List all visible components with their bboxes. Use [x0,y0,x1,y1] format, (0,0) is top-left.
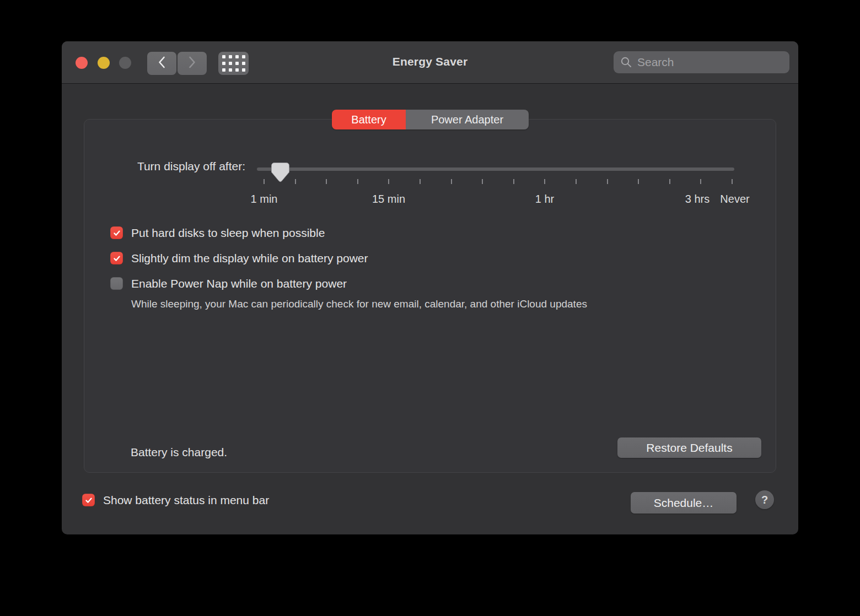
energy-saver-window: Energy Saver Battery Power Adapter Turn … [62,41,798,534]
option-label: Enable Power Nap while on battery power [131,277,347,290]
settings-panel: Turn display off after: 1 min 15 min 1 h… [84,119,776,473]
tab-power-adapter[interactable]: Power Adapter [406,110,529,129]
option-label: Slightly dim the display while on batter… [131,252,368,265]
tick-label-never: Never [702,193,768,206]
checkbox-menu-bar-battery[interactable] [82,494,95,506]
checkbox-dim-display[interactable] [110,252,123,264]
display-off-label: Turn display off after: [84,160,245,173]
help-button[interactable]: ? [755,490,774,509]
tab-battery[interactable]: Battery [332,110,406,129]
option-power-nap: Enable Power Nap while on battery power [110,277,347,290]
tick-label-1min: 1 min [231,193,297,206]
checkmark-icon [84,496,93,505]
slider-tick-marks [264,179,733,184]
schedule-button[interactable]: Schedule… [631,492,737,514]
display-off-slider-track[interactable] [257,167,734,171]
option-label: Put hard disks to sleep when possible [131,226,325,240]
tab-bar: Battery Power Adapter [332,110,529,129]
battery-status-text: Battery is charged. [131,446,227,459]
power-nap-description: While sleeping, your Mac can periodicall… [131,298,587,310]
restore-defaults-button[interactable]: Restore Defaults [617,437,761,458]
titlebar: Energy Saver [62,41,798,84]
option-dim-display: Slightly dim the display while on batter… [110,252,368,264]
checkmark-icon [112,254,121,263]
search-input[interactable] [637,56,787,69]
option-menu-bar-battery: Show battery status in menu bar [82,494,269,506]
search-icon [620,56,632,68]
tick-label-15min: 15 min [356,193,422,206]
option-hard-disks: Put hard disks to sleep when possible [110,226,325,239]
option-label: Show battery status in menu bar [103,494,269,507]
search-field[interactable] [614,51,789,73]
checkmark-icon [112,229,121,237]
tick-label-1hr: 1 hr [512,193,578,206]
checkbox-hard-disks[interactable] [110,226,123,239]
checkbox-power-nap[interactable] [110,277,123,290]
desktop-background: Energy Saver Battery Power Adapter Turn … [0,0,860,616]
